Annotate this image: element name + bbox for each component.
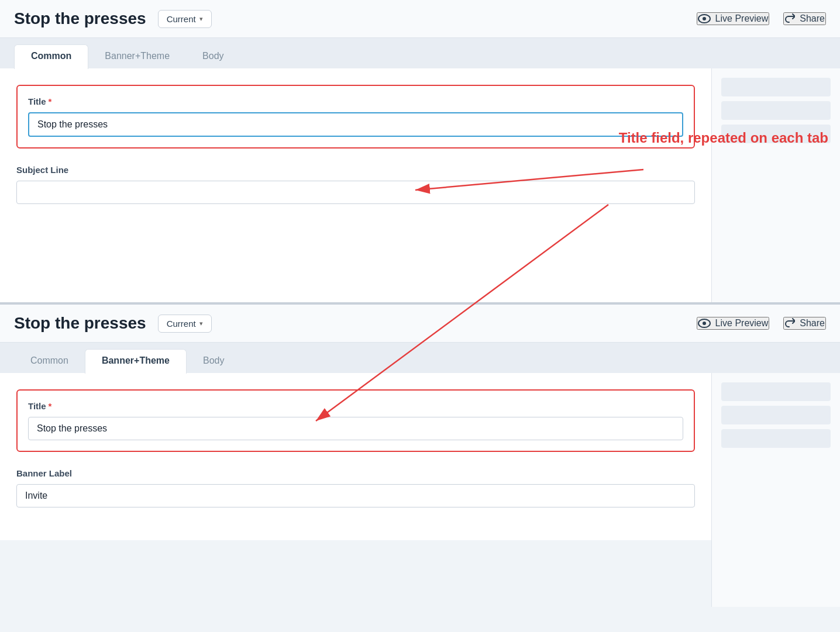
title-section-box-top: Title * <box>16 85 695 148</box>
live-preview-button-bottom[interactable]: Live Preview <box>697 317 770 330</box>
chevron-down-icon-top: ▾ <box>199 15 203 23</box>
title-input-top[interactable] <box>28 112 683 137</box>
sidebar-stub-item-2 <box>721 101 831 120</box>
header-actions-bottom: Live Preview Share <box>697 317 826 330</box>
subject-line-field-group: Subject Line <box>16 165 695 204</box>
subject-line-input[interactable] <box>16 181 695 204</box>
share-label-bottom: Share <box>800 318 825 329</box>
title-field-group-bottom: Title * <box>28 401 683 440</box>
title-label-bottom: Title * <box>28 401 683 411</box>
panels-container: Title field, repeated on each tab Stop t… <box>0 0 840 607</box>
version-label-top: Current <box>167 14 196 24</box>
top-panel-header: Stop the presses Current ▾ Live Preview <box>0 0 840 38</box>
annotation-text: Title field, repeated on each tab <box>619 129 828 147</box>
banner-label-field-group: Banner Label <box>16 468 695 507</box>
share-icon-top <box>784 13 795 24</box>
bottom-sidebar-stub-item-1 <box>721 382 831 401</box>
top-panel-body: Title * Subject Line <box>0 68 840 302</box>
share-button-top[interactable]: Share <box>783 12 826 25</box>
version-dropdown-top[interactable]: Current ▾ <box>158 10 212 28</box>
eye-icon-top <box>698 14 711 23</box>
eye-icon-bottom <box>698 319 711 328</box>
live-preview-label-top: Live Preview <box>715 13 769 24</box>
bottom-sidebar-stub-item-2 <box>721 406 831 424</box>
share-button-bottom[interactable]: Share <box>783 317 826 330</box>
bottom-sidebar-stub-item-3 <box>721 429 831 448</box>
share-label-top: Share <box>800 13 825 24</box>
tab-body-bottom[interactable]: Body <box>187 350 240 373</box>
title-section-box-bottom: Title * <box>16 389 695 452</box>
live-preview-button-top[interactable]: Live Preview <box>697 12 770 25</box>
chevron-down-icon-bottom: ▾ <box>199 320 203 327</box>
title-field-group-top: Title * <box>28 96 683 137</box>
page-title-bottom: Stop the presses <box>14 314 146 333</box>
banner-label-label: Banner Label <box>16 468 695 478</box>
tab-body-top[interactable]: Body <box>186 45 240 68</box>
bottom-sidebar-stub <box>711 373 840 607</box>
title-label-top: Title * <box>28 96 683 106</box>
page-title-top: Stop the presses <box>14 9 146 28</box>
tab-banner-theme-top[interactable]: Banner+Theme <box>88 45 186 68</box>
title-required-star-top: * <box>49 96 52 106</box>
tabs-bar-bottom: Common Banner+Theme Body <box>0 343 840 373</box>
share-icon-bottom <box>784 318 795 329</box>
version-dropdown-bottom[interactable]: Current ▾ <box>158 315 212 333</box>
subject-line-label: Subject Line <box>16 165 695 175</box>
sidebar-stub-item-1 <box>721 78 831 96</box>
live-preview-label-bottom: Live Preview <box>715 318 769 329</box>
banner-label-input[interactable] <box>16 484 695 507</box>
bottom-form-main: Title * Banner Label <box>0 373 711 607</box>
top-form-area: Title * Subject Line <box>0 68 711 237</box>
top-panel: Stop the presses Current ▾ Live Preview <box>0 0 840 302</box>
tab-common-top[interactable]: Common <box>14 44 88 69</box>
title-input-bottom[interactable] <box>28 417 683 440</box>
tab-banner-theme-bottom[interactable]: Banner+Theme <box>85 349 187 374</box>
svg-point-5 <box>703 17 706 20</box>
bottom-form-area: Title * Banner Label <box>0 373 711 540</box>
bottom-panel: Stop the presses Current ▾ Live Preview <box>0 302 840 607</box>
svg-point-7 <box>703 322 706 325</box>
title-required-star-bottom: * <box>49 401 52 411</box>
bottom-panel-body: Title * Banner Label <box>0 373 840 607</box>
tabs-bar-top: Common Banner+Theme Body <box>0 38 840 68</box>
top-form-main: Title * Subject Line <box>0 68 711 302</box>
top-sidebar-stub <box>711 68 840 302</box>
header-actions-top: Live Preview Share <box>697 12 826 25</box>
tab-common-bottom[interactable]: Common <box>14 350 85 373</box>
version-label-bottom: Current <box>167 319 196 329</box>
bottom-panel-header: Stop the presses Current ▾ Live Preview <box>0 305 840 343</box>
